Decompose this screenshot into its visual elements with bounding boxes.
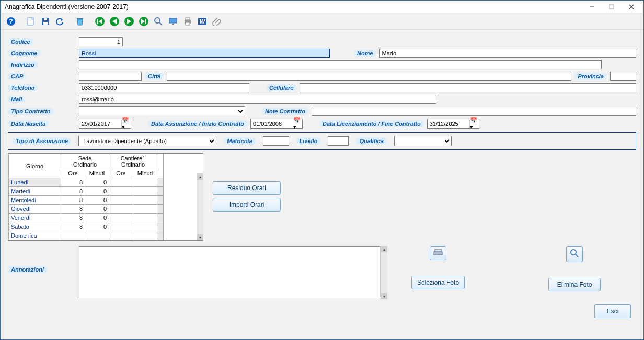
screen-button[interactable] xyxy=(167,15,179,28)
help-button[interactable]: ? xyxy=(5,15,17,28)
data-licenziamento-picker[interactable]: 📅▾ xyxy=(427,119,479,129)
data-assunzione-picker[interactable]: 📅▾ xyxy=(250,119,303,129)
cellulare-field[interactable] xyxy=(300,83,636,92)
close-button[interactable] xyxy=(622,1,641,13)
importi-orari-button[interactable]: Importi Orari xyxy=(213,198,281,212)
elimina-foto-button[interactable]: Elimina Foto xyxy=(548,278,601,291)
mail-field[interactable] xyxy=(79,95,436,104)
calendar-icon[interactable]: 📅▾ xyxy=(121,120,131,128)
textarea-scrollbar[interactable]: ▴ ▾ xyxy=(380,246,387,299)
table-row[interactable]: Sabato80 xyxy=(9,222,164,231)
grid-scrollbar[interactable]: ▴ ▾ xyxy=(197,173,203,240)
min2-cell[interactable] xyxy=(133,187,157,196)
min2-cell[interactable] xyxy=(133,231,157,240)
codice-field[interactable] xyxy=(79,37,123,46)
min2-cell[interactable] xyxy=(133,214,157,222)
esci-button[interactable]: Esci xyxy=(594,304,631,318)
delete-button[interactable] xyxy=(74,15,86,28)
telefono-field[interactable] xyxy=(79,83,249,92)
table-row[interactable]: Giovedì80 xyxy=(9,205,164,214)
ore2-cell[interactable] xyxy=(109,178,133,187)
provincia-field[interactable] xyxy=(610,72,636,81)
note-contratto-field[interactable] xyxy=(312,107,636,116)
scroll-up-icon[interactable]: ▴ xyxy=(381,246,387,252)
min2-cell[interactable] xyxy=(133,222,157,231)
citta-field[interactable] xyxy=(167,72,571,81)
day-cell[interactable]: Martedì xyxy=(9,187,61,196)
day-cell[interactable]: Lunedì xyxy=(9,178,61,187)
tipo-assunzione-select[interactable]: Lavoratore Dipendente (Appalto) xyxy=(78,136,216,146)
svg-line-35 xyxy=(576,254,578,257)
min1-cell[interactable] xyxy=(85,231,109,240)
ore2-cell[interactable] xyxy=(109,214,133,222)
ore1-cell[interactable]: 8 xyxy=(61,214,85,222)
undo-button[interactable] xyxy=(54,15,66,28)
residuo-orari-button[interactable]: Residuo Orari xyxy=(213,181,281,195)
min1-cell[interactable]: 0 xyxy=(85,178,109,187)
cognome-field[interactable] xyxy=(79,49,330,58)
scroll-up-icon[interactable]: ▴ xyxy=(197,173,203,180)
seleziona-foto-button[interactable]: Seleziona Foto xyxy=(411,276,465,289)
cap-field[interactable] xyxy=(79,72,142,81)
table-row[interactable]: Venerdì80 xyxy=(9,214,164,222)
schedule-grid[interactable]: Giorno SedeOrdinario Cantiere1Ordinario … xyxy=(8,153,203,241)
ore2-cell[interactable] xyxy=(109,231,133,240)
nav-last-button[interactable] xyxy=(137,15,150,28)
data-nascita-picker[interactable]: 📅▾ xyxy=(79,119,131,129)
attach-button[interactable] xyxy=(211,15,223,28)
ore1-cell[interactable]: 8 xyxy=(61,196,85,205)
min1-cell[interactable]: 0 xyxy=(85,196,109,205)
data-nascita-input[interactable] xyxy=(79,120,121,127)
nav-first-button[interactable] xyxy=(94,15,106,28)
matricola-field[interactable] xyxy=(263,136,289,146)
min1-cell[interactable]: 0 xyxy=(85,205,109,214)
min1-cell[interactable]: 0 xyxy=(85,222,109,231)
ore2-cell[interactable] xyxy=(109,196,133,205)
day-cell[interactable]: Mercoledì xyxy=(9,196,61,205)
ore1-cell[interactable]: 8 xyxy=(61,205,85,214)
tipo-contratto-select[interactable] xyxy=(79,106,245,116)
table-row[interactable]: Lunedì80 xyxy=(9,178,164,187)
minimize-button[interactable] xyxy=(582,1,602,13)
data-assunzione-input[interactable] xyxy=(251,120,293,127)
min2-cell[interactable] xyxy=(133,196,157,205)
nome-field[interactable] xyxy=(380,49,636,58)
zoom-photo-button[interactable] xyxy=(566,246,583,262)
table-row[interactable]: Domenica xyxy=(9,231,164,240)
word-button[interactable]: W xyxy=(196,15,209,28)
qualifica-select[interactable] xyxy=(394,136,452,146)
ore1-cell[interactable]: 8 xyxy=(61,222,85,231)
scan-photo-button[interactable] xyxy=(430,246,446,260)
day-cell[interactable]: Giovedì xyxy=(9,205,61,214)
ore1-cell[interactable] xyxy=(61,231,85,240)
ore2-cell[interactable] xyxy=(109,222,133,231)
new-button[interactable] xyxy=(25,15,37,28)
min1-cell[interactable]: 0 xyxy=(85,187,109,196)
ore2-cell[interactable] xyxy=(109,205,133,214)
nav-next-button[interactable] xyxy=(123,15,135,28)
day-cell[interactable]: Domenica xyxy=(9,231,61,240)
min2-cell[interactable] xyxy=(133,205,157,214)
ore2-cell[interactable] xyxy=(109,187,133,196)
scroll-down-icon[interactable]: ▾ xyxy=(381,293,387,299)
livello-field[interactable] xyxy=(328,136,349,146)
indirizzo-field[interactable] xyxy=(79,60,602,69)
calendar-icon[interactable]: 📅▾ xyxy=(293,120,302,128)
annotazioni-field[interactable] xyxy=(79,246,387,298)
day-cell[interactable]: Venerdì xyxy=(9,214,61,222)
ore1-cell[interactable]: 8 xyxy=(61,178,85,187)
maximize-button[interactable] xyxy=(602,1,622,13)
nav-prev-button[interactable] xyxy=(108,15,121,28)
table-row[interactable]: Martedì80 xyxy=(9,187,164,196)
min1-cell[interactable]: 0 xyxy=(85,214,109,222)
calendar-icon[interactable]: 📅▾ xyxy=(469,120,479,128)
day-cell[interactable]: Sabato xyxy=(9,222,61,231)
data-licenziamento-input[interactable] xyxy=(428,120,469,127)
table-row[interactable]: Mercoledì80 xyxy=(9,196,164,205)
ore1-cell[interactable]: 8 xyxy=(61,187,85,196)
print-button[interactable] xyxy=(181,15,194,28)
min2-cell[interactable] xyxy=(133,178,157,187)
search-button[interactable] xyxy=(152,15,165,28)
save-button[interactable] xyxy=(39,15,52,28)
scroll-down-icon[interactable]: ▾ xyxy=(197,234,203,240)
